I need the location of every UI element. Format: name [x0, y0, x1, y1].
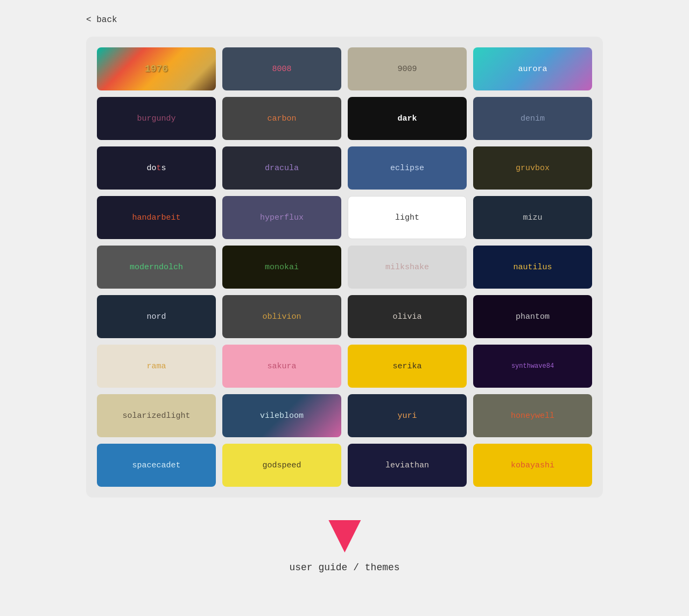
theme-label-t-leviathan: leviathan	[385, 461, 429, 470]
theme-card-t-burgundy[interactable]: burgundy	[97, 97, 216, 140]
themes-grid: 197680089009auroraburgundycarbondarkdeni…	[86, 37, 603, 498]
theme-label-t-honeywell: honeywell	[511, 411, 554, 421]
theme-label-t-dark: dark	[397, 114, 417, 123]
theme-label-t-vilebloom: vilebloom	[260, 411, 304, 421]
theme-label-t-dots: dots	[146, 164, 166, 173]
theme-card-t-honeywell[interactable]: honeywell	[473, 394, 592, 437]
theme-card-t-nautilus[interactable]: nautilus	[473, 246, 592, 289]
theme-card-t-godspeed[interactable]: godspeed	[222, 444, 341, 487]
theme-label-t-monokai: monokai	[265, 263, 299, 272]
svg-marker-0	[328, 520, 361, 552]
theme-label-t-yuri: yuri	[397, 411, 417, 421]
theme-label-t-serika: serika	[392, 362, 421, 371]
theme-card-t-phantom[interactable]: phantom	[473, 295, 592, 338]
theme-card-t-1976[interactable]: 1976	[97, 47, 216, 90]
theme-label-t-aurora: aurora	[518, 65, 547, 74]
theme-label-t-nautilus: nautilus	[513, 263, 552, 272]
theme-card-t-9009[interactable]: 9009	[348, 47, 467, 90]
theme-label-t-dracula: dracula	[265, 164, 299, 173]
back-link[interactable]: < back	[86, 15, 117, 25]
theme-label-t-spacecadet: spacecadet	[132, 461, 180, 470]
theme-card-t-synthwave[interactable]: synthwave84	[473, 345, 592, 388]
theme-label-t-gruvbox: gruvbox	[516, 164, 550, 173]
theme-card-t-spacecadet[interactable]: spacecadet	[97, 444, 216, 487]
theme-label-t-nord: nord	[146, 312, 166, 321]
theme-label-t-milkshake: milkshake	[385, 263, 429, 272]
theme-label-t-handarbeit: handarbeit	[132, 213, 180, 222]
theme-card-t-sakura[interactable]: sakura	[222, 345, 341, 388]
theme-card-t-8008[interactable]: 8008	[222, 47, 341, 90]
theme-label-t-mizu: mizu	[523, 213, 542, 222]
theme-label-t-kobayashi: kobayashi	[511, 461, 554, 470]
footer-text: user guide / themes	[289, 562, 399, 573]
theme-label-t-rama: rama	[146, 362, 166, 371]
theme-card-t-leviathan[interactable]: leviathan	[348, 444, 467, 487]
theme-label-t-oblivion: oblivion	[262, 312, 301, 321]
theme-card-t-yuri[interactable]: yuri	[348, 394, 467, 437]
theme-card-t-oblivion[interactable]: oblivion	[222, 295, 341, 338]
theme-card-t-dark[interactable]: dark	[348, 97, 467, 140]
theme-card-t-hyperflux[interactable]: hyperflux	[222, 196, 341, 239]
theme-label-t-light: light	[395, 213, 419, 222]
theme-card-t-aurora[interactable]: aurora	[473, 47, 592, 90]
theme-label-t-olivia: olivia	[392, 312, 421, 321]
theme-card-t-light[interactable]: light	[348, 196, 467, 239]
theme-card-t-olivia[interactable]: olivia	[348, 295, 467, 338]
theme-card-t-denim[interactable]: denim	[473, 97, 592, 140]
down-arrow-icon	[323, 515, 366, 558]
theme-card-t-rama[interactable]: rama	[97, 345, 216, 388]
theme-card-t-eclipse[interactable]: eclipse	[348, 146, 467, 190]
theme-card-t-dots[interactable]: dots	[97, 146, 216, 190]
theme-label-t-1976: 1976	[145, 64, 168, 74]
theme-card-t-kobayashi[interactable]: kobayashi	[473, 444, 592, 487]
theme-label-t-hyperflux: hyperflux	[260, 213, 304, 222]
theme-label-t-moderndolch: moderndolch	[130, 263, 183, 272]
arrow-area: user guide / themes	[289, 515, 399, 573]
theme-card-t-serika[interactable]: serika	[348, 345, 467, 388]
theme-card-t-nord[interactable]: nord	[97, 295, 216, 338]
theme-card-t-solarizedlight[interactable]: solarizedlight	[97, 394, 216, 437]
theme-card-t-gruvbox[interactable]: gruvbox	[473, 146, 592, 190]
theme-card-t-milkshake[interactable]: milkshake	[348, 246, 467, 289]
theme-card-t-moderndolch[interactable]: moderndolch	[97, 246, 216, 289]
theme-label-t-sakura: sakura	[267, 362, 296, 371]
theme-label-t-8008: 8008	[272, 65, 291, 74]
theme-card-t-handarbeit[interactable]: handarbeit	[97, 196, 216, 239]
theme-card-t-mizu[interactable]: mizu	[473, 196, 592, 239]
theme-label-t-eclipse: eclipse	[390, 164, 424, 173]
theme-label-t-synthwave: synthwave84	[511, 362, 554, 370]
theme-card-t-monokai[interactable]: monokai	[222, 246, 341, 289]
theme-label-t-burgundy: burgundy	[137, 114, 175, 123]
theme-label-t-carbon: carbon	[267, 114, 296, 123]
theme-label-t-godspeed: godspeed	[262, 461, 301, 470]
theme-label-t-denim: denim	[521, 114, 545, 123]
theme-card-t-carbon[interactable]: carbon	[222, 97, 341, 140]
theme-label-t-9009: 9009	[397, 65, 417, 74]
theme-card-t-dracula[interactable]: dracula	[222, 146, 341, 190]
theme-card-t-vilebloom[interactable]: vilebloom	[222, 394, 341, 437]
theme-label-t-phantom: phantom	[516, 312, 550, 321]
theme-label-t-solarizedlight: solarizedlight	[122, 411, 190, 421]
